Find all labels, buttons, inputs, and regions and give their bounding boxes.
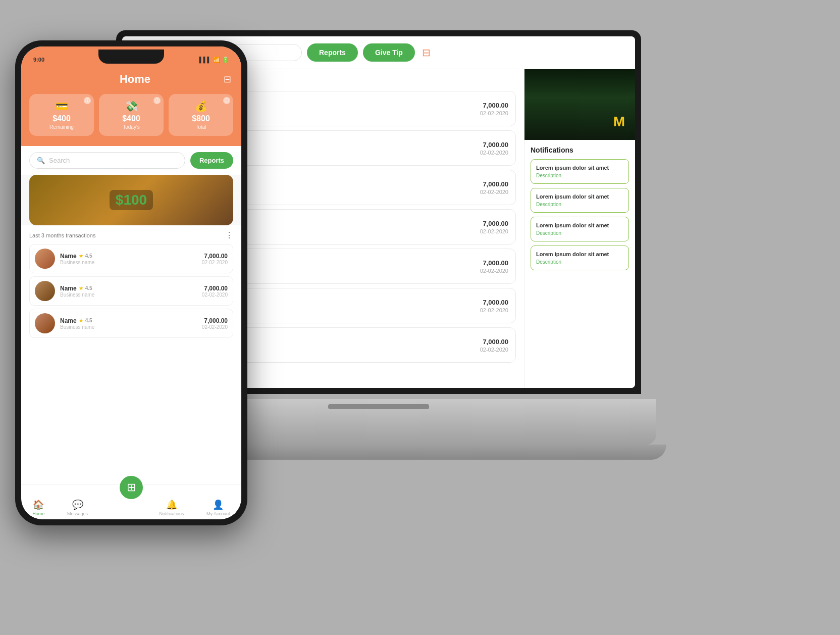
balance-card-total: ⓘ 💰 $800 Total bbox=[169, 94, 233, 136]
battery-icon: 🔋 bbox=[222, 57, 229, 63]
txn-name: Name bbox=[60, 317, 77, 324]
reports-button[interactable]: Reports bbox=[307, 43, 358, 62]
nav-item-messages[interactable]: 💬 Messages bbox=[67, 499, 88, 516]
txn-business: Business name bbox=[60, 260, 197, 265]
notif-desc: Description bbox=[536, 173, 623, 178]
nav-label-messages: Messages bbox=[67, 511, 88, 516]
phone-page-title: Home bbox=[46, 73, 224, 86]
balance-card-today: ⓘ 💸 $400 Today's bbox=[99, 94, 164, 136]
balance-amount: $400 bbox=[33, 114, 90, 123]
notif-title: Lorem ipsum dolor sit amet bbox=[536, 222, 623, 228]
txn-rating: 4.5 bbox=[85, 318, 92, 323]
filter-icon[interactable]: ⊟ bbox=[422, 46, 431, 59]
status-time: 9:00 bbox=[33, 57, 44, 63]
txn-amount: 7,000.00 bbox=[480, 299, 508, 306]
txn-date: 02-02-2020 bbox=[480, 189, 508, 195]
txn-date: 02-02-2020 bbox=[480, 150, 508, 156]
txn-date: 02-02-2020 bbox=[480, 268, 508, 274]
phone-device: 9:00 ▌▌▌ 📶 🔋 Home ⊟ ⓘ 💳 $400 Re bbox=[15, 40, 247, 525]
notifications-icon: 🔔 bbox=[166, 499, 177, 510]
star-icon: ★ bbox=[79, 253, 83, 259]
card-icon: 💰 bbox=[173, 100, 229, 112]
card-icon: 💳 bbox=[33, 100, 90, 112]
star-icon: ★ bbox=[79, 318, 83, 323]
notification-card: Lorem ipsum dolor sit amet Description bbox=[531, 246, 629, 270]
phone-transactions-area: Last 3 months transactions ⋮ Name★4.5 Bu… bbox=[21, 225, 241, 484]
notification-card: Lorem ipsum dolor sit amet Description bbox=[531, 217, 629, 241]
notification-card: Lorem ipsum dolor sit amet Description bbox=[531, 188, 629, 213]
phone-banner: $100 bbox=[29, 175, 233, 225]
txn-rating: 4.5 bbox=[85, 285, 92, 291]
phone-section-title-row: Last 3 months transactions ⋮ bbox=[29, 230, 233, 240]
card-icon: 💸 bbox=[103, 100, 160, 112]
give-tip-button[interactable]: Give Tip bbox=[363, 43, 415, 62]
qr-center-button[interactable]: ⊞ bbox=[118, 474, 144, 501]
restaurant-image: M bbox=[524, 69, 635, 140]
right-sidebar: M Notifications Lorem ipsum dolor sit am… bbox=[524, 69, 635, 388]
balance-label: Remaining bbox=[33, 124, 90, 130]
notif-title: Lorem ipsum dolor sit amet bbox=[536, 193, 623, 200]
list-item: Name★4.5 Business name 7,000.00 02-02-20… bbox=[29, 244, 233, 273]
info-icon: ⓘ bbox=[153, 97, 161, 104]
signal-icon: ▌▌▌ bbox=[199, 57, 211, 63]
txn-rating: 4.5 bbox=[85, 253, 92, 259]
balance-amount: $400 bbox=[103, 114, 160, 123]
txn-amount: 7,000.00 bbox=[202, 285, 228, 292]
txn-date: 02-02-2020 bbox=[202, 292, 228, 298]
txn-name: Name bbox=[60, 285, 77, 292]
txn-date: 02-02-2020 bbox=[480, 307, 508, 313]
nav-label-home: Home bbox=[32, 511, 44, 516]
notifications-title: Notifications bbox=[531, 146, 629, 154]
qr-icon: ⊞ bbox=[127, 481, 136, 494]
phone-search-box[interactable]: 🔍 Search bbox=[29, 152, 185, 169]
txn-name: Name bbox=[60, 253, 77, 260]
star-icon: ★ bbox=[79, 285, 83, 291]
txn-amount: 7,000.00 bbox=[480, 180, 508, 188]
balance-label: Today's bbox=[103, 124, 160, 130]
avatar bbox=[35, 249, 55, 269]
txn-date: 02-02-2020 bbox=[480, 347, 508, 353]
list-item: Name★4.5 Business name 7,000.00 02-02-20… bbox=[29, 276, 233, 306]
notifications-section: Notifications Lorem ipsum dolor sit amet… bbox=[524, 140, 635, 280]
balance-cards: ⓘ 💳 $400 Remaining ⓘ 💸 $400 Today's ⓘ 💰 … bbox=[21, 94, 241, 146]
status-icons: ▌▌▌ 📶 🔋 bbox=[199, 57, 229, 63]
notif-desc: Description bbox=[536, 202, 623, 207]
avatar bbox=[35, 281, 55, 301]
txn-amount: 7,000.00 bbox=[480, 102, 508, 109]
messages-icon: 💬 bbox=[72, 499, 83, 510]
wifi-icon: 📶 bbox=[213, 57, 220, 63]
nav-item-account[interactable]: 👤 My Account bbox=[206, 499, 230, 516]
phone-notch bbox=[98, 50, 164, 64]
balance-card-remaining: ⓘ 💳 $400 Remaining bbox=[29, 94, 94, 136]
phone-filter-icon[interactable]: ⊟ bbox=[224, 74, 231, 85]
phone-screen: 9:00 ▌▌▌ 📶 🔋 Home ⊟ ⓘ 💳 $400 Re bbox=[21, 46, 241, 519]
notif-title: Lorem ipsum dolor sit amet bbox=[536, 165, 623, 171]
more-icon[interactable]: ⋮ bbox=[225, 230, 233, 240]
txn-amount: 7,000.00 bbox=[480, 338, 508, 346]
txn-business: Business name bbox=[60, 292, 197, 298]
txn-business: Business name bbox=[60, 324, 197, 330]
nav-item-notifications[interactable]: 🔔 Notifications bbox=[159, 499, 184, 516]
txn-amount: 7,000.00 bbox=[480, 220, 508, 227]
nav-item-home[interactable]: 🏠 Home bbox=[32, 499, 44, 516]
banner-amount: $100 bbox=[110, 190, 153, 210]
phone-header: Home ⊟ bbox=[21, 69, 241, 94]
txn-amount: 7,000.00 bbox=[480, 141, 508, 149]
notif-title: Lorem ipsum dolor sit amet bbox=[536, 251, 623, 257]
txn-date: 02-02-2020 bbox=[202, 324, 228, 330]
phone-section-title: Last 3 months transactions bbox=[29, 232, 95, 238]
balance-amount: $800 bbox=[173, 114, 229, 123]
search-icon: 🔍 bbox=[37, 157, 45, 164]
notif-desc: Description bbox=[536, 259, 623, 265]
balance-label: Total bbox=[173, 124, 229, 130]
phone-reports-button[interactable]: Reports bbox=[190, 152, 233, 169]
list-item: Name★4.5 Business name 7,000.00 02-02-20… bbox=[29, 309, 233, 338]
notif-desc: Description bbox=[536, 230, 623, 236]
txn-amount: 7,000.00 bbox=[480, 259, 508, 267]
avatar bbox=[35, 313, 55, 333]
search-placeholder: Search bbox=[49, 157, 70, 164]
mcdonalds-sign: M bbox=[613, 114, 625, 130]
txn-date: 02-02-2020 bbox=[202, 260, 228, 265]
txn-amount: 7,000.00 bbox=[202, 317, 228, 324]
nav-label-notifications: Notifications bbox=[159, 511, 184, 516]
